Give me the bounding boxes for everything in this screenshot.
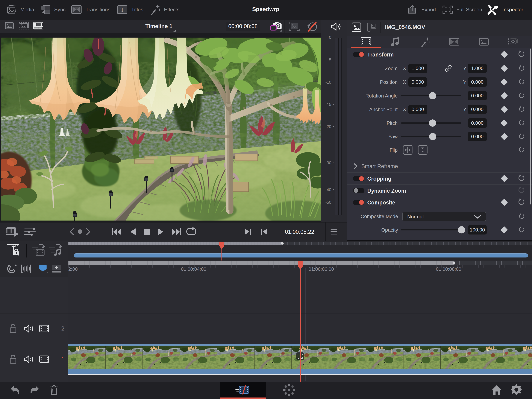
svg-text:T: T [120, 6, 124, 13]
